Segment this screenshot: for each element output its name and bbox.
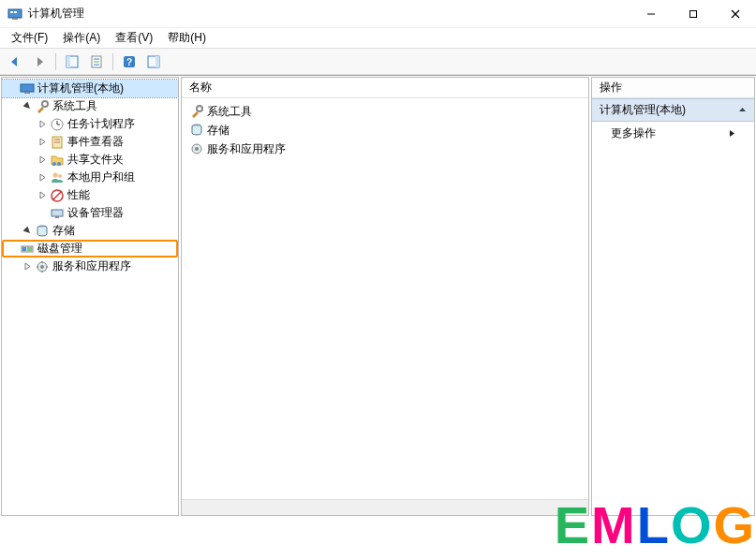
toolbar: ?: [0, 49, 756, 75]
expand-icon[interactable]: [21, 260, 34, 273]
window-title: 计算机管理: [28, 6, 630, 22]
svg-point-23: [42, 101, 48, 107]
svg-line-40: [52, 191, 62, 200]
expand-icon[interactable]: [36, 171, 49, 184]
action-more[interactable]: 更多操作: [592, 122, 754, 145]
tree-node-local-users[interactable]: 本地用户和组: [2, 169, 178, 186]
close-button[interactable]: [714, 0, 756, 27]
properties-button[interactable]: [85, 51, 108, 72]
tree-node-system-tools[interactable]: 系统工具: [2, 97, 178, 115]
action-section-label: 计算机管理(本地): [600, 102, 686, 118]
tree-label: 任务计划程序: [67, 116, 135, 132]
storage-icon: [189, 123, 204, 138]
svg-marker-24: [40, 121, 45, 127]
tree-label: 磁盘管理: [37, 241, 82, 257]
menubar: 文件(F) 操作(A) 查看(V) 帮助(H): [0, 28, 756, 49]
svg-rect-21: [24, 92, 30, 94]
tree-label: 存储: [52, 223, 75, 239]
tree-label: 性能: [67, 187, 90, 203]
watermark-logo: EMLOG: [555, 499, 756, 552]
disk-icon: [20, 242, 35, 257]
svg-rect-0: [8, 9, 22, 18]
tree-node-device-manager[interactable]: 设备管理器: [2, 204, 178, 222]
nav-forward-button[interactable]: [28, 51, 51, 72]
event-icon: [50, 135, 65, 150]
action-section-header[interactable]: 计算机管理(本地): [592, 98, 754, 122]
svg-rect-47: [27, 247, 32, 251]
svg-rect-20: [21, 84, 34, 92]
menu-action[interactable]: 操作(A): [55, 28, 108, 48]
svg-rect-46: [22, 247, 26, 251]
tree-node-shared-folders[interactable]: 共享文件夹: [2, 151, 178, 169]
tree-label: 系统工具: [52, 98, 97, 114]
performance-icon: [50, 188, 65, 203]
svg-marker-28: [40, 139, 45, 145]
tree-node-task-scheduler[interactable]: 任务计划程序: [2, 115, 178, 133]
svg-rect-1: [12, 18, 18, 20]
svg-rect-2: [10, 11, 13, 13]
tools-icon: [35, 99, 50, 114]
chevron-up-icon: [738, 104, 747, 117]
computer-icon: [20, 81, 35, 96]
expand-icon[interactable]: [36, 118, 49, 131]
action-pane-header: 操作: [592, 78, 754, 98]
list-item-label: 系统工具: [207, 104, 252, 120]
device-icon: [50, 206, 65, 221]
tree-node-services-apps[interactable]: 服务和应用程序: [2, 257, 178, 275]
svg-marker-9: [37, 57, 43, 66]
collapse-icon[interactable]: [21, 100, 34, 113]
svg-marker-56: [730, 130, 734, 137]
tree-label: 服务和应用程序: [52, 258, 131, 274]
tree-node-root[interactable]: 计算机管理(本地): [2, 80, 178, 97]
svg-rect-5: [689, 10, 696, 17]
horizontal-scrollbar[interactable]: [182, 499, 588, 515]
list-pane: 名称 系统工具 存储 服务和应用程序: [181, 77, 589, 516]
expand-icon[interactable]: [36, 189, 49, 202]
svg-text:?: ?: [126, 57, 132, 67]
storage-icon: [35, 224, 50, 239]
collapse-icon[interactable]: [21, 225, 34, 238]
menu-help[interactable]: 帮助(H): [160, 28, 214, 48]
list-column-header[interactable]: 名称: [182, 78, 588, 98]
action-label: 更多操作: [611, 125, 656, 141]
svg-marker-8: [11, 57, 17, 66]
svg-marker-22: [23, 102, 32, 110]
svg-rect-19: [156, 56, 159, 67]
nav-back-button[interactable]: [4, 51, 26, 72]
tree-node-event-viewer[interactable]: 事件查看器: [2, 133, 178, 151]
show-hide-action-button[interactable]: [142, 51, 165, 72]
svg-point-50: [40, 265, 44, 269]
toolbar-separator: [55, 53, 56, 70]
svg-point-34: [57, 162, 61, 166]
users-icon: [50, 170, 65, 185]
svg-rect-42: [55, 216, 59, 218]
svg-rect-11: [67, 56, 70, 67]
svg-point-33: [52, 162, 56, 166]
titlebar: 计算机管理: [0, 0, 756, 28]
tree-label: 设备管理器: [67, 205, 124, 221]
tree-node-disk-management[interactable]: 磁盘管理: [2, 240, 178, 257]
tree-label: 事件查看器: [67, 134, 124, 150]
menu-view[interactable]: 查看(V): [108, 28, 160, 48]
tree-pane: 计算机管理(本地) 系统工具 任务计划程序: [1, 77, 179, 516]
maximize-button[interactable]: [672, 0, 714, 27]
menu-file[interactable]: 文件(F): [4, 28, 55, 48]
svg-marker-38: [40, 192, 45, 199]
tree-node-storage[interactable]: 存储: [2, 222, 178, 240]
minimize-button[interactable]: [630, 0, 672, 27]
help-button[interactable]: ?: [118, 51, 141, 72]
list-item[interactable]: 存储: [185, 121, 585, 140]
app-icon: [7, 7, 22, 22]
expand-icon[interactable]: [36, 154, 49, 167]
list-item[interactable]: 系统工具: [185, 102, 585, 121]
list-item[interactable]: 服务和应用程序: [185, 140, 585, 158]
tools-icon: [189, 104, 204, 119]
chevron-right-icon: [729, 127, 735, 140]
svg-marker-35: [40, 174, 45, 181]
svg-marker-55: [739, 108, 746, 111]
tree-node-performance[interactable]: 性能: [2, 186, 178, 204]
expand-icon[interactable]: [36, 136, 49, 149]
svg-marker-32: [40, 156, 45, 163]
show-hide-tree-button[interactable]: [61, 51, 83, 72]
svg-marker-48: [25, 263, 30, 270]
